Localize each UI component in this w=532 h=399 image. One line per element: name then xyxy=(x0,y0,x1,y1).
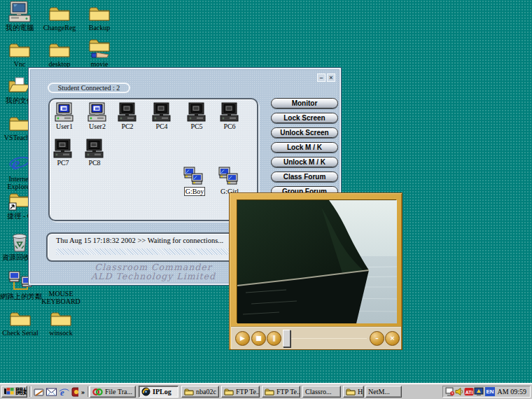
stop-button[interactable]: ■ xyxy=(251,331,266,346)
desktop-icon-changereg[interactable]: ChangeReg xyxy=(40,1,79,31)
group-label: G:Boy xyxy=(184,187,206,196)
player-minimize-button[interactable]: – xyxy=(370,331,384,346)
taskbar-button-file-tra[interactable]: File Tra... xyxy=(90,386,136,398)
desktop-icon-label: MOUSE KEYBOARD xyxy=(39,290,83,305)
svg-text:e: e xyxy=(12,153,20,174)
unlock-screen-button[interactable]: Unlock Screen xyxy=(271,127,338,138)
desktop-icon-label: winsock xyxy=(41,329,81,337)
taskbar-button-label: NetM... xyxy=(368,388,390,396)
student-label: PC6 xyxy=(214,122,246,130)
taskbar-button-netm[interactable]: NetM... xyxy=(365,386,402,398)
desktop-icon-vnc[interactable]: Vnc xyxy=(0,38,39,68)
seek-handle[interactable] xyxy=(283,330,290,347)
quick-launch-overflow-chevron[interactable]: » xyxy=(78,386,88,398)
folder-icon xyxy=(40,1,79,22)
class-forum-button[interactable]: Class Forum xyxy=(271,172,338,182)
student-computer-pc8[interactable]: PC8 xyxy=(78,139,111,167)
start-button[interactable]: 開始 xyxy=(1,386,27,398)
shared-folder-icon xyxy=(80,38,119,59)
student-computer-pc7[interactable]: PC7 xyxy=(47,139,79,167)
lock-screen-button[interactable]: Lock Screen xyxy=(271,113,338,123)
folder-icon xyxy=(40,38,79,59)
computer-icon xyxy=(111,102,144,122)
desktop-icon-label: 網路上的芳鄰 xyxy=(0,293,43,300)
folder-icon xyxy=(265,388,274,396)
taskbar-clock: AM 09:59 xyxy=(498,388,528,396)
student-computer-user2[interactable]: User2 xyxy=(81,102,113,130)
folder-icon xyxy=(0,307,41,328)
internet-explorer-icon[interactable]: e xyxy=(57,386,70,398)
student-label: PC7 xyxy=(47,159,79,167)
desktop-icon-desktop[interactable]: desktop xyxy=(40,38,79,68)
scheduler-icon[interactable] xyxy=(445,387,455,396)
student-label: PC2 xyxy=(111,122,144,130)
desktop-icon-winsock[interactable]: winsock xyxy=(41,307,81,337)
student-computer-pc5[interactable]: PC5 xyxy=(181,102,213,130)
desktop-icon-我的電腦[interactable]: 我的電腦 xyxy=(0,1,39,31)
mail-icon[interactable] xyxy=(45,386,57,398)
desktop-icon-label: ChangeReg xyxy=(40,24,79,31)
taskbar-button-iplog[interactable]: IPLog xyxy=(139,386,178,398)
taskbar-button-label: FTP Te... xyxy=(276,388,300,396)
taskbar-button-nba02c[interactable]: nba02c xyxy=(181,386,219,398)
folder-icon xyxy=(41,307,81,328)
status-log-box: Thu Aug 15 17:18:32 2002 >> Waiting for … xyxy=(46,232,255,262)
desktop-icon-label: 我的電腦 xyxy=(0,24,39,31)
student-computer-pc6[interactable]: PC6 xyxy=(214,102,246,130)
taskbar-button-hp[interactable]: Hp xyxy=(343,386,364,398)
player-control-bar: ▶ ■ ∥ – × xyxy=(231,326,401,349)
svg-text:ATi: ATi xyxy=(465,390,473,395)
pause-button[interactable]: ∥ xyxy=(267,331,281,346)
video-scene xyxy=(237,200,397,323)
computer-icon xyxy=(78,139,111,159)
iplog-icon xyxy=(141,387,150,396)
taskbar-button-ftp-te[interactable]: FTP Te... xyxy=(221,386,260,398)
computer-icon xyxy=(146,102,178,122)
folder-icon xyxy=(0,38,39,59)
taskbar-button-classro[interactable]: Classro... xyxy=(302,386,341,398)
taskbar-button-label: Classro... xyxy=(305,388,332,396)
taskbar-button-label: Hp xyxy=(358,388,364,396)
display-icon[interactable] xyxy=(474,387,484,396)
computer-group-icon xyxy=(178,167,211,188)
close-icon[interactable]: × xyxy=(327,74,335,82)
folder-icon xyxy=(184,388,194,396)
video-player-window: ▶ ■ ∥ – × xyxy=(229,192,402,350)
folder-icon xyxy=(346,388,356,396)
computer-icon xyxy=(47,139,79,159)
play-button[interactable]: ▶ xyxy=(235,331,250,346)
desktop-icon-backup[interactable]: Backup xyxy=(80,1,119,31)
student-label: PC4 xyxy=(146,122,178,130)
desktop: { "desktop": { "icons": [ {"label": "我的電… xyxy=(0,0,532,399)
folder-icon xyxy=(80,1,119,22)
minimize-icon[interactable]: – xyxy=(317,74,326,82)
student-label: User1 xyxy=(48,122,80,130)
desktop-icon-mouse-keyboard[interactable]: MOUSE KEYBOARD xyxy=(39,288,83,305)
seek-track[interactable] xyxy=(291,338,367,339)
group-icon-g-girl[interactable]: G:Girl xyxy=(214,167,246,195)
svg-text:e: e xyxy=(60,387,64,397)
video-frame xyxy=(237,200,396,323)
computer-icon xyxy=(48,102,80,122)
taskbar-button-ftp-te[interactable]: FTP Te... xyxy=(262,386,300,398)
computer-group-icon xyxy=(214,167,246,188)
taskbar-divider xyxy=(29,386,31,397)
ati-icon[interactable]: ATi xyxy=(464,387,474,396)
language-indicator[interactable]: EN xyxy=(485,387,495,396)
taskbar-button-label: nba02c xyxy=(196,388,216,396)
student-computer-pc2[interactable]: PC2 xyxy=(111,102,144,130)
desktop-icon-check-serial[interactable]: Check Serial xyxy=(0,307,41,337)
student-computer-user1[interactable]: User1 xyxy=(48,102,80,130)
monitor-button[interactable]: Monitor xyxy=(271,98,338,108)
computer-icon xyxy=(81,102,113,122)
group-icon-g-boy[interactable]: G:Boy xyxy=(178,167,211,195)
desktop-icon-movie[interactable]: movie xyxy=(80,38,119,68)
show-desktop-icon[interactable] xyxy=(32,386,45,398)
student-computer-pc4[interactable]: PC4 xyxy=(146,102,178,130)
my-computer-icon xyxy=(0,1,39,22)
player-close-button[interactable]: × xyxy=(385,331,400,346)
volume-icon[interactable] xyxy=(455,387,464,396)
status-selection-artifact xyxy=(56,248,246,255)
lock-m-k-button[interactable]: Lock M / K xyxy=(271,142,338,153)
unlock-m-k-button[interactable]: Unlock M / K xyxy=(271,157,338,167)
